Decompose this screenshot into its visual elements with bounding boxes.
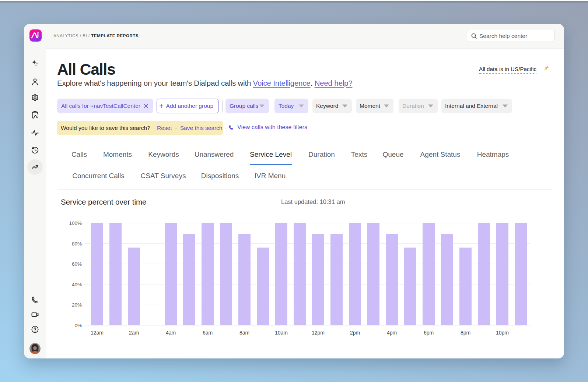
svg-text:8pm: 8pm [461,330,470,336]
svg-text:2am: 2am [129,330,139,336]
svg-text:10pm: 10pm [496,330,509,336]
svg-text:80%: 80% [72,241,82,247]
svg-text:12pm: 12pm [312,330,325,336]
svg-text:4am: 4am [166,330,176,336]
svg-text:0%: 0% [74,323,82,328]
svg-text:2pm: 2pm [350,330,360,336]
svg-text:4pm: 4pm [387,330,397,336]
svg-text:6pm: 6pm [424,330,434,336]
svg-text:100%: 100% [69,220,82,226]
svg-text:60%: 60% [72,261,82,267]
svg-text:12am: 12am [91,330,104,336]
svg-text:40%: 40% [72,282,82,287]
svg-text:10am: 10am [275,330,288,336]
svg-text:8am: 8am [239,330,249,336]
svg-text:6am: 6am [203,330,213,336]
svg-text:20%: 20% [72,302,82,308]
